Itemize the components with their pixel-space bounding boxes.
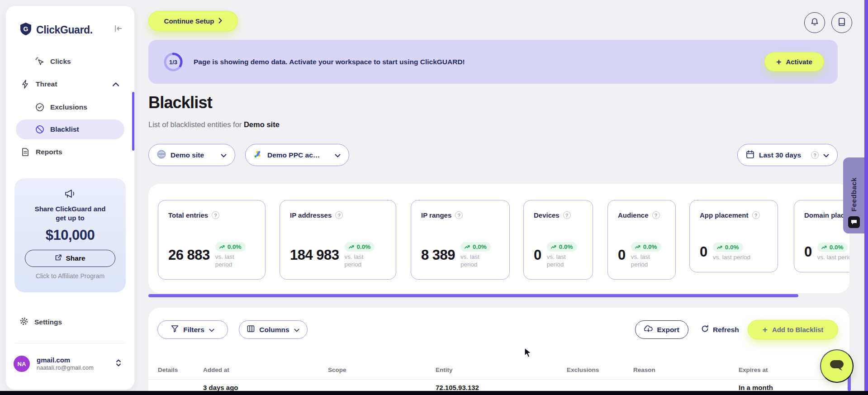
badge-check-icon (35, 103, 45, 112)
sidebar-item-blacklist[interactable]: Blacklist (16, 119, 124, 139)
promo-text-line2: get up to (14, 214, 126, 223)
help-icon[interactable]: ? (752, 211, 760, 219)
table-cell-added-at: 3 days ago (203, 384, 238, 391)
table-cell-entity: 72.105.93.132 (436, 384, 479, 391)
chevron-updown-icon[interactable] (116, 359, 121, 369)
blocked-circle-icon (35, 125, 45, 134)
column-header-added-at[interactable]: Added at (203, 366, 229, 373)
collapse-sidebar-icon[interactable] (114, 24, 123, 35)
banner-message: Page is showing demo data. Activate your… (194, 40, 465, 84)
columns-button[interactable]: Columns (239, 320, 308, 339)
stat-value: 8 389 (421, 247, 455, 263)
megaphone-icon (14, 188, 126, 201)
sidebar-item-label: Clicks (50, 57, 71, 66)
workspace-name: gmail.com (37, 356, 94, 364)
chevron-down-icon (294, 326, 299, 334)
table-cell-expires-at: In a month (739, 384, 773, 391)
help-icon[interactable]: ? (212, 211, 219, 219)
blacklist-table-card: Filters Columns Export Refresh + Add to … (148, 308, 849, 395)
help-icon[interactable]: ? (811, 151, 819, 159)
activate-button[interactable]: + Activate (764, 52, 824, 71)
stat-value: 0 (534, 247, 541, 263)
column-header-entity[interactable]: Entity (436, 366, 453, 373)
sidebar: G ClickGuard. Clicks Threat Exclusions B… (6, 6, 134, 390)
refresh-label: Refresh (713, 326, 739, 334)
sidebar-item-label: Exclusions (50, 103, 87, 111)
date-range-selector[interactable]: Last 30 days ? (737, 144, 838, 166)
date-range-value: Last 30 days (759, 151, 806, 159)
refresh-icon (701, 325, 709, 334)
export-button[interactable]: Export (635, 320, 688, 339)
stat-vs-label: vs. last period (817, 253, 849, 261)
stat-label: App placement (700, 211, 749, 219)
activate-label: Activate (786, 58, 812, 66)
stat-vs-label: vs. last period (547, 253, 576, 268)
stat-label: IP addresses (290, 211, 332, 219)
logo-text: ClickGuard. (36, 24, 93, 36)
chevron-up-icon[interactable] (113, 80, 119, 88)
chat-bubble-icon (829, 359, 844, 374)
help-icon[interactable]: ? (455, 211, 463, 219)
stat-value: 0 (700, 244, 707, 260)
sidebar-item-settings[interactable]: Settings (19, 317, 62, 328)
progress-label: 1/3 (163, 52, 184, 72)
continue-setup-button[interactable]: Continue Setup (148, 11, 238, 31)
logo: G ClickGuard. (19, 22, 93, 38)
demo-data-banner: 1/3 Page is showing demo data. Activate … (148, 40, 838, 84)
add-to-blacklist-button[interactable]: + Add to Blacklist (748, 320, 838, 339)
sidebar-item-exclusions[interactable]: Exclusions (35, 98, 125, 116)
report-document-icon (20, 148, 30, 157)
sidebar-item-reports[interactable]: Reports (20, 143, 125, 161)
feedback-label: Feedback (850, 177, 858, 212)
site-selector[interactable]: Demo site (148, 144, 235, 166)
stat-label: IP ranges (421, 211, 451, 219)
column-header-reason[interactable]: Reason (633, 366, 655, 373)
column-header-expires-at[interactable]: Expires at (739, 366, 768, 373)
refresh-button[interactable]: Refresh (701, 320, 739, 339)
ppc-account-selector[interactable]: Demo PPC ac… (245, 144, 349, 166)
threat-bolt-icon (20, 80, 30, 89)
help-icon[interactable]: ? (335, 211, 343, 219)
filters-button[interactable]: Filters (157, 320, 228, 339)
stat-vs-label: vs. last period (713, 253, 750, 261)
chat-widget-button[interactable] (820, 349, 854, 383)
share-button[interactable]: Share (25, 250, 115, 267)
site-selector-value: Demo site (171, 151, 216, 159)
column-header-details[interactable]: Details (158, 366, 178, 373)
stat-vs-label: vs. last period (460, 253, 489, 268)
cards-horizontal-scrollbar[interactable] (148, 294, 798, 297)
export-label: Export (657, 326, 679, 334)
sidebar-item-clicks[interactable]: Clicks (35, 52, 125, 71)
plus-icon: + (763, 325, 768, 335)
stat-card-domain-placement: Domain placement ? 0 0.0% vs. last perio… (794, 200, 849, 272)
stat-card-total-entries: Total entries ? 26 883 0.0% vs. last per… (158, 200, 266, 280)
bell-icon (810, 17, 819, 28)
stat-label: Domain placement (804, 211, 849, 219)
stat-label: Devices (534, 211, 560, 219)
feedback-tab[interactable]: Feedback (843, 157, 864, 233)
column-header-scope[interactable]: Scope (328, 366, 346, 373)
filters-label: Filters (183, 326, 204, 334)
affiliate-promo-card[interactable]: Share ClickGuard and get up to $10,000 S… (14, 178, 126, 292)
gear-icon (19, 317, 28, 328)
page-vertical-scrollbar[interactable] (864, 0, 868, 391)
user-email: naatali.ro@gmail.com (37, 364, 94, 371)
user-menu[interactable]: NA gmail.com naatali.ro@gmail.com (14, 356, 127, 372)
sidebar-item-threat[interactable]: Threat (20, 75, 125, 93)
notifications-button[interactable] (804, 12, 825, 33)
plus-icon: + (776, 57, 781, 67)
trend-pill: 0.0% (460, 242, 491, 252)
help-icon[interactable]: ? (563, 211, 571, 219)
trend-pill: 0.0% (817, 243, 848, 252)
columns-label: Columns (259, 326, 289, 334)
stat-label: Total entries (168, 211, 208, 219)
sidebar-scrollbar[interactable] (132, 92, 134, 151)
divider (15, 343, 125, 343)
chevron-down-icon (221, 151, 227, 159)
trend-pill: 0.0% (713, 243, 743, 252)
clicks-cursor-icon (35, 57, 45, 66)
docs-button[interactable] (831, 12, 852, 33)
help-icon[interactable]: ? (652, 211, 660, 219)
column-header-exclusions[interactable]: Exclusions (567, 366, 599, 373)
trend-pill: 0.0% (547, 242, 577, 252)
